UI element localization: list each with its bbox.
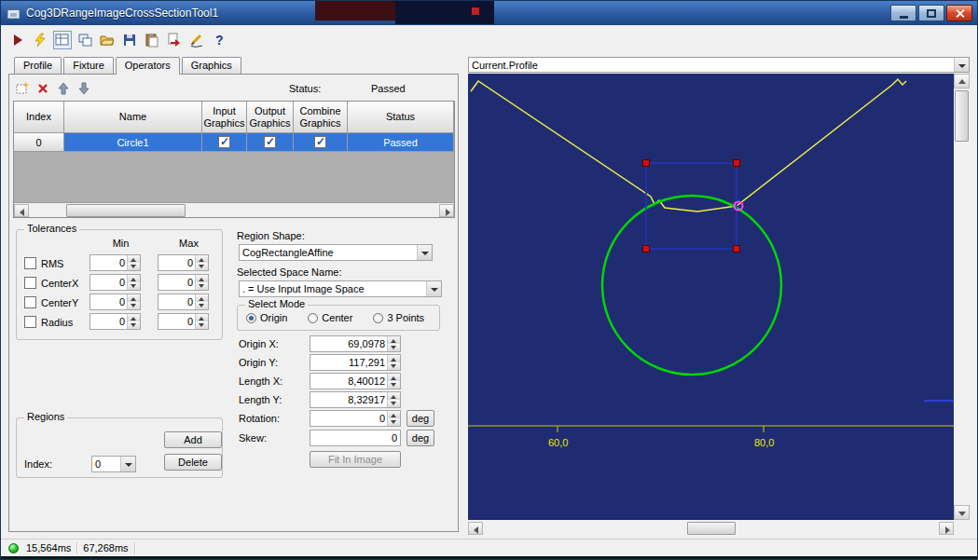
spin-up-icon[interactable] [128, 294, 140, 302]
scroll-right-icon[interactable] [939, 522, 954, 535]
length-x-spinner[interactable]: 8,40012 [310, 373, 401, 389]
chevron-down-icon[interactable] [417, 245, 432, 260]
column-header-combine-graphics[interactable]: Combine Graphics [294, 102, 348, 133]
move-up-icon[interactable] [55, 80, 72, 97]
spin-up-icon[interactable] [196, 294, 208, 302]
spin-down-icon[interactable] [128, 302, 140, 309]
centerx-checkbox[interactable] [24, 277, 36, 289]
spin-up-icon[interactable] [388, 392, 400, 400]
spin-down-icon[interactable] [128, 321, 140, 329]
column-header-name[interactable]: Name [64, 102, 202, 133]
region-index-select[interactable]: 0 [91, 456, 136, 472]
rotation-spinner[interactable]: 0 [310, 410, 401, 427]
radius-checkbox[interactable] [24, 316, 36, 328]
new-operator-icon[interactable] [14, 80, 31, 97]
output-graphics-checkbox[interactable] [264, 136, 276, 148]
import-icon[interactable] [165, 31, 184, 49]
centerx-max-spinner[interactable]: 0 [158, 274, 209, 291]
delete-region-button[interactable]: Delete [164, 454, 222, 471]
cell-status[interactable]: Passed [348, 133, 454, 152]
profile-canvas[interactable]: 60,0 80,0 [468, 74, 954, 520]
spin-down-icon[interactable] [196, 263, 208, 270]
region-handle[interactable] [643, 246, 650, 253]
display-source-select[interactable]: Current.Profile [468, 57, 970, 73]
column-header-status[interactable]: Status [348, 102, 454, 133]
region-handle[interactable] [734, 246, 740, 253]
scrollbar-thumb[interactable] [955, 90, 969, 142]
fit-in-image-button[interactable]: Fit In Image [310, 451, 401, 468]
origin-y-spinner[interactable]: 117,291 [310, 354, 401, 371]
tab-fixture[interactable]: Fixture [63, 57, 114, 74]
scroll-left-icon[interactable] [468, 522, 483, 535]
centery-max-spinner[interactable]: 0 [158, 294, 209, 310]
spin-up-icon[interactable] [128, 314, 140, 321]
centery-checkbox[interactable] [24, 296, 36, 308]
spin-up-icon[interactable] [128, 275, 140, 282]
tab-profile[interactable]: Profile [14, 57, 62, 74]
run-icon[interactable] [8, 31, 27, 49]
close-button[interactable] [946, 5, 972, 21]
chevron-down-icon[interactable] [426, 281, 441, 296]
column-header-index[interactable]: Index [14, 102, 64, 133]
radio-center[interactable]: Center [308, 312, 352, 323]
spin-up-icon[interactable] [196, 255, 208, 263]
new-window-icon[interactable] [76, 31, 94, 49]
chevron-down-icon[interactable] [954, 58, 969, 72]
region-rectangle[interactable] [646, 163, 737, 249]
display-toggle-icon[interactable] [53, 31, 72, 49]
scroll-right-icon[interactable] [439, 204, 454, 217]
help-icon[interactable]: ? [210, 31, 228, 49]
radio-origin[interactable]: Origin [246, 312, 287, 323]
rms-checkbox[interactable] [24, 257, 36, 269]
maximize-button[interactable] [918, 5, 944, 21]
paste-icon[interactable] [143, 31, 161, 49]
region-handle[interactable] [643, 160, 650, 167]
origin-x-spinner[interactable]: 69,0978 [310, 335, 401, 352]
spin-down-icon[interactable] [196, 302, 208, 309]
input-graphics-checkbox[interactable] [218, 136, 230, 148]
run-live-icon[interactable] [31, 31, 49, 49]
spin-up-icon[interactable] [388, 411, 400, 418]
cell-name[interactable]: Circle1 [64, 133, 202, 152]
spin-down-icon[interactable] [196, 282, 208, 290]
column-header-output-graphics[interactable]: Output Graphics [247, 102, 294, 133]
cell-index[interactable]: 0 [14, 133, 64, 152]
spin-down-icon[interactable] [128, 263, 140, 270]
radio-3points[interactable]: 3 Points [373, 312, 424, 323]
display-horizontal-scrollbar[interactable] [468, 521, 954, 537]
spin-down-icon[interactable] [388, 344, 400, 351]
table-horizontal-scrollbar[interactable] [14, 202, 454, 217]
spin-up-icon[interactable] [196, 275, 208, 282]
skew-field[interactable]: 0 [310, 430, 401, 446]
chevron-down-icon[interactable] [120, 457, 135, 471]
spin-up-icon[interactable] [388, 374, 400, 381]
combine-graphics-checkbox[interactable] [314, 136, 326, 148]
open-icon[interactable] [98, 31, 117, 49]
spin-down-icon[interactable] [388, 418, 400, 426]
region-shape-select[interactable]: CogRectangleAffine [239, 244, 433, 261]
column-header-input-graphics[interactable]: Input Graphics [202, 102, 247, 133]
minimize-button[interactable] [890, 5, 916, 21]
spin-up-icon[interactable] [388, 355, 400, 362]
radius-max-spinner[interactable]: 0 [158, 313, 209, 330]
spin-up-icon[interactable] [196, 314, 208, 321]
signature-icon[interactable] [187, 31, 206, 49]
tab-operators[interactable]: Operators [116, 57, 180, 75]
table-row[interactable]: 0 Circle1 Passed [14, 133, 454, 152]
spin-down-icon[interactable] [388, 400, 400, 407]
save-icon[interactable] [120, 31, 139, 49]
spin-down-icon[interactable] [388, 362, 400, 370]
move-down-icon[interactable] [76, 80, 92, 97]
scroll-down-icon[interactable] [954, 505, 970, 520]
scrollbar-thumb[interactable] [66, 204, 186, 217]
tab-graphics[interactable]: Graphics [182, 57, 241, 74]
radius-min-spinner[interactable]: 0 [90, 313, 141, 330]
selected-space-select[interactable]: . = Use Input Image Space [239, 280, 442, 297]
spin-down-icon[interactable] [196, 321, 208, 329]
cell-input-graphics[interactable] [202, 133, 247, 152]
cell-combine-graphics[interactable] [294, 133, 348, 152]
skew-deg-button[interactable]: deg [406, 430, 434, 446]
add-region-button[interactable]: Add [164, 431, 222, 448]
spin-up-icon[interactable] [128, 255, 140, 263]
rms-max-spinner[interactable]: 0 [158, 254, 209, 271]
